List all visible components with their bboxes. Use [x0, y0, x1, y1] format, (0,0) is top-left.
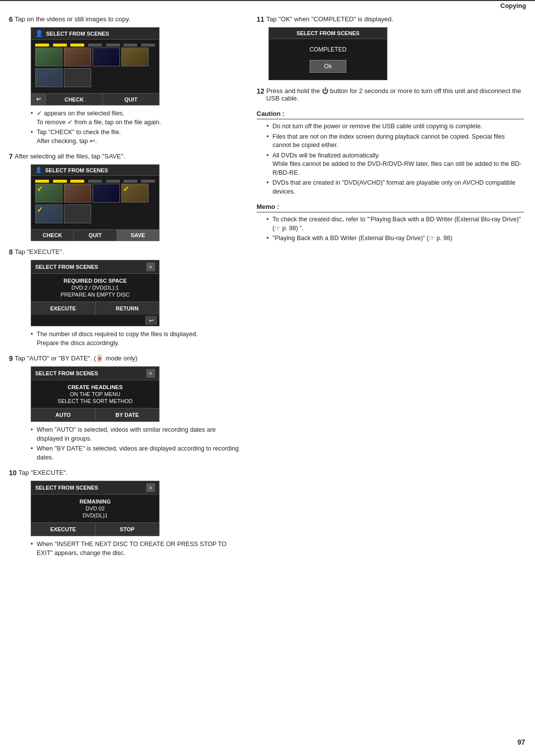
screen-4: SELECT FROM SCENES × CREATE HEADLINES ON…: [31, 366, 160, 422]
check-button-2[interactable]: CHECK: [31, 230, 74, 241]
thumb-5: [35, 68, 62, 87]
screen-3-title: SELECT FROM SCENES: [35, 264, 98, 270]
caution-section: Caution : Do not turn off the power or r…: [257, 110, 524, 196]
step-8: 8 Tap "EXECUTE". SELECT FROM SCENES × RE…: [9, 248, 242, 348]
step-8-text: Tap "EXECUTE".: [15, 248, 64, 255]
check-button-1[interactable]: CHECK: [46, 94, 103, 105]
memo-bullet-1: To check the created disc, refer to "'Pl…: [267, 215, 524, 233]
caution-bullet-3: All DVDs will be finalized automatically…: [267, 151, 524, 178]
right-column: 11 Tap "OK" when "COMPLETED" is displaye…: [252, 15, 524, 564]
completed-header: SELECT FROM SCENES: [269, 28, 387, 39]
step-10-number: 10: [9, 469, 17, 477]
filmstrip-row-4: ✓: [33, 204, 157, 223]
page-number: 97: [517, 738, 525, 746]
screen-2-body: ✓ ✓: [31, 176, 159, 228]
step-11-number: 11: [257, 15, 265, 23]
memo-bullet-2: "Playing Back with a BD Writer (External…: [267, 234, 524, 243]
back-button-1[interactable]: ↩: [31, 94, 46, 105]
screen-1-buttons: ↩ CHECK QUIT: [31, 93, 159, 105]
ok-button[interactable]: Ok: [310, 60, 346, 73]
stop-button[interactable]: STOP: [96, 523, 160, 536]
check-mark-3: ✓: [37, 205, 43, 214]
prog-seg-2: [53, 44, 67, 47]
bullet-8-1: The number of discs required to copy the…: [31, 330, 242, 348]
step-6-number: 6: [9, 15, 13, 23]
step-6: 6 Tap on the videos or still images to c…: [9, 15, 242, 146]
step-12-text: Press and hold the ⏻ button for 2 second…: [267, 87, 524, 102]
close-button-3[interactable]: ×: [146, 262, 155, 271]
step-9: 9 Tap "AUTO" or "BY DATE". (🀄 mode only)…: [9, 354, 242, 462]
screen-5-line-1: REMAINING: [33, 499, 157, 504]
progress-row-1: [33, 43, 157, 48]
back-row-3: ↩: [31, 315, 159, 326]
screen-2: 👤 SELECT FROM SCENES: [31, 164, 160, 241]
screen-3-btn-group: EXECUTE RETURN: [31, 302, 159, 315]
thumb-s2-2: [64, 184, 91, 202]
screen-3-line-3: PREPARE AN EMPTY DISC: [33, 292, 157, 298]
screen-5-title: SELECT FROM SCENES: [35, 485, 98, 491]
save-button[interactable]: SAVE: [117, 230, 159, 241]
screen-3-line-2: DVD:2 / DVD(DL):1: [33, 285, 157, 291]
bullet-6-1: ✓ appears on the selected files.To remov…: [31, 109, 242, 127]
quit-button-1[interactable]: QUIT: [103, 94, 160, 105]
close-button-5[interactable]: ×: [146, 483, 155, 492]
ps-4: [88, 180, 102, 183]
thumb-2: [64, 48, 91, 66]
screen-3-header: SELECT FROM SCENES ×: [31, 260, 159, 274]
screen-3: SELECT FROM SCENES × REQUIRED DISC SPACE…: [31, 260, 160, 326]
bullet-10-1: When "INSERT THE NEXT DISC TO CREATE OR …: [31, 540, 242, 557]
completed-text: COMPLETED: [273, 46, 383, 53]
quit-button-2[interactable]: QUIT: [74, 230, 116, 241]
screen-3-body: REQUIRED DISC SPACE DVD:2 / DVD(DL):1 PR…: [31, 274, 159, 302]
caution-bullet-2: Files that are not on the index screen d…: [267, 133, 524, 150]
filmstrip-row-2: [33, 68, 157, 87]
completed-body: COMPLETED Ok: [269, 39, 387, 80]
step-6-text: Tap on the videos or still images to cop…: [15, 15, 130, 23]
screen-1-title: SELECT FROM SCENES: [46, 31, 109, 37]
auto-button[interactable]: AUTO: [31, 408, 96, 421]
top-bar: Copying: [0, 0, 535, 10]
person-icon-2: 👤: [35, 167, 42, 173]
thumb-s2-1: ✓: [35, 184, 62, 202]
step-10-text: Tap "EXECUTE".: [19, 469, 68, 476]
completed-screen: SELECT FROM SCENES COMPLETED Ok: [268, 27, 387, 80]
prog-seg-5: [106, 44, 120, 47]
filmstrip-row-1: [33, 48, 157, 66]
check-mark-2: ✓: [123, 185, 129, 194]
thumb-s2-3: [93, 184, 120, 202]
memo-bullets: To check the created disc, refer to "'Pl…: [267, 215, 524, 243]
thumb-1: [35, 48, 62, 66]
step-9-bullets: When "AUTO" is selected, videos with sim…: [31, 426, 242, 462]
screen-5-header: SELECT FROM SCENES ×: [31, 481, 159, 495]
screen-1: 👤 SELECT FROM SCENES: [31, 27, 160, 105]
prog-seg-7: [141, 44, 155, 47]
step-7-text: After selecting all the files, tap "SAVE…: [15, 152, 125, 160]
person-icon: 👤: [35, 30, 43, 37]
screen-5-body: REMAINING DVD 02 DVD(DL)1: [31, 495, 159, 522]
prog-seg-6: [123, 44, 137, 47]
step-11: 11 Tap "OK" when "COMPLETED" is displaye…: [257, 15, 524, 80]
execute-button-1[interactable]: EXECUTE: [31, 302, 96, 315]
thumb-s2-5: ✓: [35, 204, 62, 223]
screen-4-title: SELECT FROM SCENES: [35, 370, 98, 376]
step-7: 7 After selecting all the files, tap "SA…: [9, 152, 242, 241]
close-button-4[interactable]: ×: [146, 369, 155, 378]
prog-seg-3: [70, 44, 84, 47]
return-button[interactable]: RETURN: [96, 302, 160, 315]
screen-4-line-1: CREATE HEADLINES: [33, 384, 157, 390]
thumb-3: [93, 48, 120, 66]
progress-row-2: [33, 179, 157, 184]
screen-1-header: 👤 SELECT FROM SCENES: [31, 28, 159, 40]
left-column: 6 Tap on the videos or still images to c…: [9, 15, 252, 564]
caution-bullet-1: Do not turn off the power or remove the …: [267, 122, 524, 131]
caution-bullets: Do not turn off the power or remove the …: [267, 122, 524, 196]
screen-5: SELECT FROM SCENES × REMAINING DVD 02 DV…: [31, 481, 160, 536]
execute-button-2[interactable]: EXECUTE: [31, 523, 96, 536]
screen-5-line-3: DVD(DL)1: [33, 512, 157, 518]
screen-5-line-2: DVD 02: [33, 505, 157, 511]
bydate-button[interactable]: BY DATE: [96, 408, 160, 421]
screen-4-body: CREATE HEADLINES ON THE TOP MENU SELECT …: [31, 380, 159, 408]
back-arrow-3[interactable]: ↩: [145, 316, 157, 325]
memo-title: Memo :: [257, 203, 524, 212]
bullet-9-1: When "AUTO" is selected, videos with sim…: [31, 426, 242, 443]
